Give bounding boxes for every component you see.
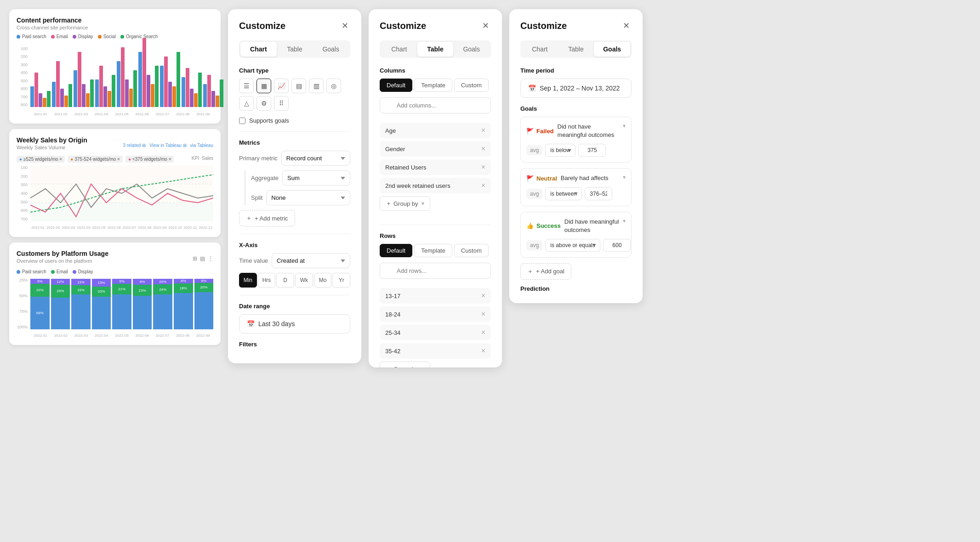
chart-type-triangle[interactable]: △: [239, 96, 254, 111]
supports-goals-checkbox[interactable]: [239, 118, 245, 124]
add-goal-button[interactable]: ＋ + Add goal: [520, 263, 571, 280]
chart-type-gear[interactable]: ⚙: [256, 96, 271, 111]
goal-success-condition: avg is above or equals: [526, 239, 626, 252]
rows-label: Rows: [380, 232, 491, 239]
goal-success-condition-select[interactable]: is above or equals: [545, 239, 600, 252]
goal-success: 👍 Success Did have meaningful outcomes ▾…: [520, 212, 632, 258]
stacked-chart: 100%75%50%25% 9% 20% 69% 12% 28% 13% 19%…: [17, 278, 213, 338]
goal-success-value-input[interactable]: [603, 239, 631, 252]
time-btn-d[interactable]: D: [276, 273, 294, 288]
content-performance-card: Content performance Cross channel site p…: [9, 9, 221, 124]
goal-failed-value-input[interactable]: [578, 144, 606, 157]
columns-search-input[interactable]: [380, 97, 491, 113]
chart2-tags: ● ≥525 widgets/mo × ● 375-524 widgets/mo…: [17, 156, 213, 163]
chart-type-selector: ☰ ▦ 📈 ▤ ▥ ◎ △ ⚙ ⠿: [239, 79, 350, 111]
remove-gender-btn[interactable]: ×: [481, 145, 485, 152]
tab-goals-3[interactable]: Goals: [594, 42, 630, 56]
remove-3542-btn[interactable]: ×: [481, 347, 485, 355]
remove-2ndweek-btn[interactable]: ×: [481, 182, 485, 189]
chevron-down-icon: ▾: [422, 200, 424, 207]
bar-group: [182, 68, 202, 107]
svg-rect-2: [30, 203, 213, 221]
tab-chart-2[interactable]: Chart: [381, 42, 417, 56]
chart-type-bar-h2[interactable]: ▥: [309, 79, 324, 93]
tab-table[interactable]: Table: [277, 42, 313, 56]
goals-time-period-button[interactable]: 📅 Sep 1, 2022 – Nov 13, 2022: [520, 79, 632, 98]
goal-success-name: Did have meaningful outcomes: [564, 218, 621, 234]
tab-chart[interactable]: Chart: [240, 42, 277, 56]
remove-1317-btn[interactable]: ×: [481, 292, 485, 299]
rows-search-input[interactable]: [380, 263, 491, 279]
col-tab-custom[interactable]: Custom: [454, 79, 489, 92]
row-tab-template[interactable]: Template: [414, 244, 452, 257]
chart-type-scatter[interactable]: ⠿: [274, 96, 289, 111]
tab-goals-2[interactable]: Goals: [453, 42, 490, 56]
date-range-button[interactable]: 📅 Last 30 days: [239, 314, 350, 333]
aggregate-select[interactable]: Sum: [282, 170, 350, 186]
chart-type-bar[interactable]: ▦: [256, 79, 271, 93]
chart-panel-close[interactable]: ✕: [339, 20, 350, 31]
time-btn-wk[interactable]: Wk: [295, 273, 313, 288]
legend-item: Paid search: [17, 34, 46, 39]
column-tag-retained-users: Retained Users ×: [380, 159, 491, 175]
split-select[interactable]: None: [266, 190, 350, 205]
aggregate-label: Aggregate: [251, 175, 279, 181]
legend-item: Email: [51, 34, 68, 39]
legend-item: Social: [98, 34, 116, 39]
primary-metric-select[interactable]: Record count: [281, 151, 350, 166]
legend-item: Display: [73, 34, 93, 39]
remove-1824-btn[interactable]: ×: [481, 311, 485, 318]
table-tab-row: Chart Table Goals: [380, 40, 491, 58]
goal-neutral-value-input[interactable]: [585, 187, 612, 200]
time-value-select[interactable]: Created at: [272, 253, 350, 268]
col-tab-default[interactable]: Default: [380, 79, 412, 92]
remove-retained-btn[interactable]: ×: [481, 164, 485, 171]
chart-panel-title: Customize: [239, 21, 285, 31]
goal-neutral-condition: avg is between: [526, 187, 626, 200]
columns-group-by-btn[interactable]: ＋ Group by ▾: [380, 196, 430, 211]
tab-table-2[interactable]: Table: [417, 42, 454, 56]
goals-panel-close[interactable]: ✕: [621, 20, 632, 31]
add-metric-button[interactable]: ＋ + Add metric: [239, 210, 295, 226]
bar-group: [30, 73, 51, 107]
chart-type-line[interactable]: 📈: [274, 79, 289, 93]
time-btn-yr[interactable]: Yr: [332, 273, 350, 288]
columns-tabs: Default Template Custom: [380, 79, 491, 92]
time-btn-mo[interactable]: Mo: [314, 273, 332, 288]
chart3-subtitle: Overview of users on the platform: [17, 258, 108, 264]
chart-type-pie[interactable]: ◎: [326, 79, 341, 93]
chart-type-table[interactable]: ☰: [239, 79, 254, 93]
calendar-icon: 📅: [247, 320, 255, 327]
remove-age-btn[interactable]: ×: [481, 127, 485, 134]
goal-failed-badge: 🚩 Failed: [526, 128, 554, 135]
col-tab-template[interactable]: Template: [414, 79, 452, 92]
row-tab-custom[interactable]: Custom: [454, 244, 489, 257]
column-tag-2nd-week: 2nd week retained users ×: [380, 178, 491, 193]
chart1-legend: Paid search Email Display Social Organic…: [17, 34, 213, 39]
table-panel-close[interactable]: ✕: [480, 20, 491, 31]
goal-success-badge: 👍 Success: [526, 222, 561, 229]
plus-icon-3: ＋: [386, 365, 392, 367]
goals-panel-title: Customize: [520, 21, 567, 31]
chart-type-bar-h[interactable]: ▤: [291, 79, 306, 93]
row-tab-default[interactable]: Default: [380, 244, 412, 257]
goals-customize-panel: Customize ✕ Chart Table Goals Time perio…: [509, 9, 643, 303]
rows-group-by-btn[interactable]: ＋ Group by ▾: [380, 361, 430, 367]
goal-neutral-condition-select[interactable]: is between: [545, 187, 582, 200]
tab-goals[interactable]: Goals: [313, 42, 349, 56]
time-btn-min[interactable]: Min: [239, 273, 257, 288]
remove-2534-btn[interactable]: ×: [481, 329, 485, 336]
customers-platform-card: Customers by Platform Usage Overview of …: [9, 243, 221, 345]
tab-chart-3[interactable]: Chart: [522, 42, 558, 56]
time-btn-hrs[interactable]: Hrs: [258, 273, 276, 288]
supports-goals-label: Supports goals: [249, 117, 289, 124]
plus-icon-4: ＋: [527, 267, 533, 276]
table-panel-header: Customize ✕: [380, 20, 491, 31]
goal-failed-condition-select[interactable]: is below: [545, 144, 575, 157]
tab-table-3[interactable]: Table: [558, 42, 594, 56]
chart1-bars: 800700600500400300200100: [17, 43, 213, 116]
time-value-row: Time value Created at: [239, 253, 350, 268]
plus-icon: ＋: [246, 214, 252, 222]
prediction-label: Prediction: [520, 285, 632, 292]
goal-failed-condition: avg is below: [526, 144, 626, 157]
